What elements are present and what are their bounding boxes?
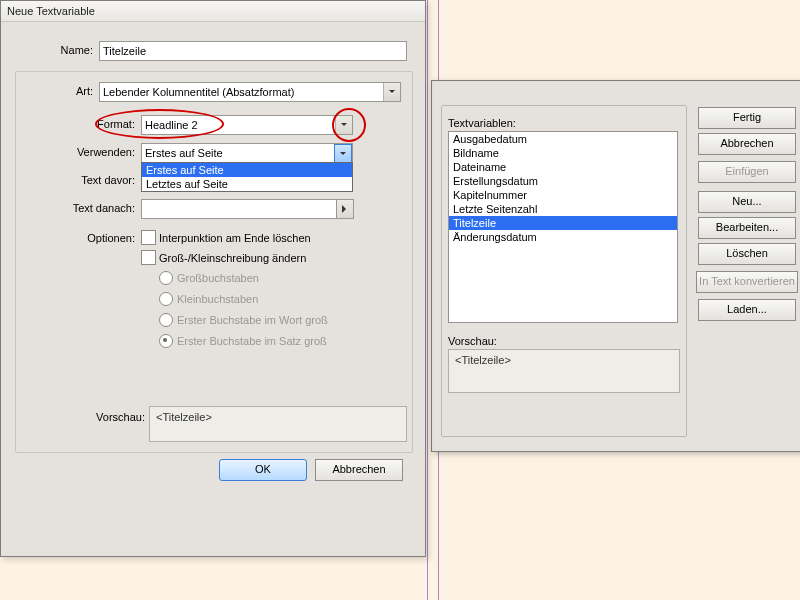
sentencecase-radio (159, 334, 173, 348)
use-label: Verwenden: (51, 146, 135, 158)
use-combo[interactable]: Erstes auf Seite (141, 143, 353, 163)
delete-button[interactable]: Löschen (698, 243, 796, 265)
insert-button: Einfügen (698, 161, 796, 183)
list-item[interactable]: Ausgabedatum (449, 132, 677, 146)
titlecase-word-radio (159, 313, 173, 327)
format-combo[interactable]: Headline 2 (141, 115, 353, 135)
dialog-title: Neue Textvariable (1, 1, 425, 22)
name-input[interactable]: Titelzeile (99, 41, 407, 61)
dropdown-option[interactable]: Erstes auf Seite (142, 163, 352, 177)
list-item[interactable]: Letzte Seitenzahl (449, 202, 677, 216)
done-button[interactable]: Fertig (698, 107, 796, 129)
text-after-input[interactable] (141, 199, 339, 219)
uppercase-label: Großbuchstaben (177, 272, 259, 284)
list-item[interactable]: Bildname (449, 146, 677, 160)
preview-box: <Titelzeile> (149, 406, 407, 442)
flyout-arrow-icon[interactable] (336, 199, 354, 219)
cancel-button[interactable]: Abbrechen (315, 459, 403, 481)
ok-button[interactable]: OK (219, 459, 307, 481)
convert-to-text-button: In Text konvertieren (696, 271, 798, 293)
name-label: Name: (9, 44, 93, 56)
new-button[interactable]: Neu... (698, 191, 796, 213)
titlecase-word-label: Erster Buchstabe im Wort groß (177, 314, 328, 326)
text-variables-dialog: Textvariablen: AusgabedatumBildnameDatei… (431, 80, 800, 452)
cancel-button[interactable]: Abbrechen (698, 133, 796, 155)
chevron-down-icon[interactable] (383, 83, 400, 101)
lowercase-radio (159, 292, 173, 306)
chevron-down-icon[interactable] (334, 144, 352, 164)
load-button[interactable]: Laden... (698, 299, 796, 321)
type-combo[interactable]: Lebender Kolumnentitel (Absatzformat) (99, 82, 401, 102)
preview-text: <Titelzeile> (156, 411, 212, 423)
options-label: Optionen: (51, 232, 135, 244)
variables-list-label: Textvariablen: (448, 117, 516, 129)
preview-label: Vorschau: (61, 411, 145, 423)
list-item[interactable]: Kapitelnummer (449, 188, 677, 202)
edit-button[interactable]: Bearbeiten... (698, 217, 796, 239)
preview-label: Vorschau: (448, 335, 497, 347)
preview-box: <Titelzeile> (448, 349, 680, 393)
list-item[interactable]: Dateiname (449, 160, 677, 174)
list-item[interactable]: Änderungsdatum (449, 230, 677, 244)
list-item[interactable]: Titelzeile (449, 216, 677, 230)
change-case-checkbox[interactable] (141, 250, 156, 265)
preview-text: <Titelzeile> (455, 354, 511, 366)
delete-punctuation-checkbox[interactable] (141, 230, 156, 245)
new-text-variable-dialog: Neue Textvariable Name: Titelzeile Art: … (0, 0, 426, 557)
sentencecase-label: Erster Buchstabe im Satz groß (177, 335, 327, 347)
list-item[interactable]: Erstellungsdatum (449, 174, 677, 188)
chevron-down-icon[interactable] (335, 116, 352, 134)
text-before-label: Text davor: (51, 174, 135, 186)
text-after-label: Text danach: (51, 202, 135, 214)
dropdown-option[interactable]: Letztes auf Seite (142, 177, 352, 191)
type-label: Art: (9, 85, 93, 97)
lowercase-label: Kleinbuchstaben (177, 293, 258, 305)
change-case-label: Groß-/Kleinschreibung ändern (159, 252, 306, 264)
delete-punctuation-label: Interpunktion am Ende löschen (159, 232, 311, 244)
variables-listbox[interactable]: AusgabedatumBildnameDateinameErstellungs… (448, 131, 678, 323)
uppercase-radio (159, 271, 173, 285)
use-dropdown-list[interactable]: Erstes auf SeiteLetztes auf Seite (141, 162, 353, 192)
format-label: Format: (51, 118, 135, 130)
